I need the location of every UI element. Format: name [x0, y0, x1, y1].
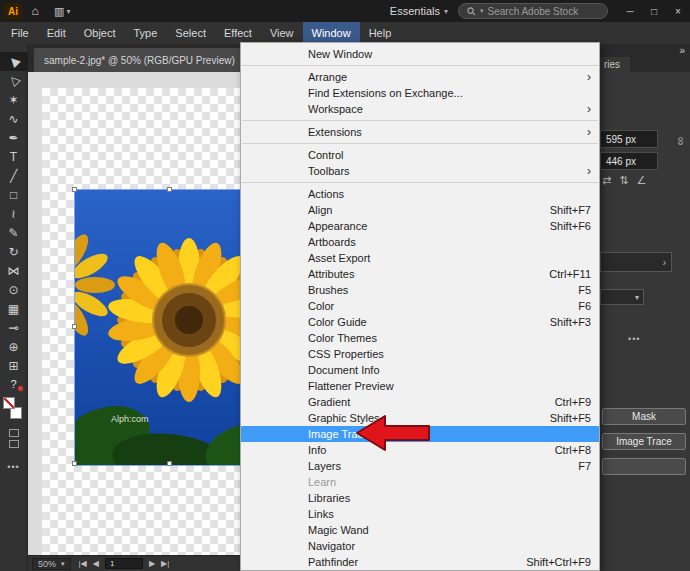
menu-item-extensions[interactable]: Extensions›: [241, 124, 599, 140]
document-tab[interactable]: sample-2.jpg* @ 50% (RGB/GPU Preview) ×: [34, 48, 259, 72]
menu-item-artboards[interactable]: Artboards: [241, 234, 599, 250]
selection-handle[interactable]: [72, 461, 77, 466]
mesh-tool-icon: ▦: [8, 302, 19, 316]
menu-item-pathfinder[interactable]: PathfinderShift+Ctrl+F9: [241, 554, 599, 570]
close-button[interactable]: ×: [666, 0, 690, 22]
menu-item-arrange[interactable]: Arrange›: [241, 69, 599, 85]
menu-item-magic-wand[interactable]: Magic Wand: [241, 522, 599, 538]
paintbrush-tool[interactable]: ≀: [0, 204, 28, 223]
menu-item-attributes[interactable]: AttributesCtrl+F11: [241, 266, 599, 282]
menu-separator: [242, 182, 598, 183]
selection-tool[interactable]: ▶: [0, 52, 28, 71]
menu-item-label: Control: [308, 149, 591, 161]
menu-window[interactable]: Window: [303, 22, 360, 44]
panel-more-button[interactable]: •••: [628, 334, 640, 344]
menu-object[interactable]: Object: [75, 22, 125, 44]
menu-item-find-extensions-on-exchange[interactable]: Find Extensions on Exchange...: [241, 85, 599, 101]
menu-help[interactable]: Help: [360, 22, 401, 44]
menu-item-libraries[interactable]: Libraries: [241, 490, 599, 506]
menu-item-css-properties[interactable]: CSS Properties: [241, 346, 599, 362]
image-trace-button[interactable]: Image Trace: [602, 433, 686, 450]
toolbar-tools: ▶▷✶∿✒T╱□≀✎↻⋈⊙▦⊸⊕⊞: [0, 52, 27, 375]
quick-action-button[interactable]: [602, 458, 686, 475]
selection-handle[interactable]: [167, 187, 172, 192]
sunflower-image[interactable]: Alph:com: [75, 190, 265, 465]
selection-handle[interactable]: [72, 187, 77, 192]
menu-item-workspace[interactable]: Workspace›: [241, 101, 599, 117]
mesh-tool[interactable]: ▦: [0, 299, 28, 318]
direct-selection-tool[interactable]: ▷: [0, 71, 28, 90]
menu-item-layers[interactable]: LayersF7: [241, 458, 599, 474]
shape-builder-tool[interactable]: ⊙: [0, 280, 28, 299]
rectangle-tool[interactable]: □: [0, 185, 28, 204]
fill-swatch[interactable]: [3, 397, 15, 409]
eyedropper-tool[interactable]: ⊸: [0, 318, 28, 337]
menu-item-links[interactable]: Links: [241, 506, 599, 522]
draw-normal-icon[interactable]: [9, 429, 19, 437]
fill-stroke-swatches[interactable]: [3, 397, 25, 423]
zoom-level-dropdown[interactable]: 50% ▾: [32, 558, 71, 570]
draw-mode-buttons[interactable]: [9, 429, 19, 448]
menu-effect[interactable]: Effect: [215, 22, 261, 44]
flip-horizontal-icon[interactable]: ⇄: [602, 174, 611, 187]
menu-edit[interactable]: Edit: [38, 22, 75, 44]
menu-item-color-themes[interactable]: Color Themes: [241, 330, 599, 346]
search-input[interactable]: [488, 6, 599, 17]
menu-type[interactable]: Type: [125, 22, 167, 44]
toolbar-more-button[interactable]: •••: [7, 462, 19, 472]
pencil-tool[interactable]: ✎: [0, 223, 28, 242]
mask-button[interactable]: Mask: [602, 408, 686, 425]
artboard-tool[interactable]: ⊞: [0, 356, 28, 375]
menu-item-gradient[interactable]: GradientCtrl+F9: [241, 394, 599, 410]
draw-behind-icon[interactable]: [9, 440, 19, 448]
last-artboard-icon[interactable]: ▶|: [161, 559, 169, 568]
panel-tab-libraries[interactable]: ries: [600, 57, 630, 72]
line-segment-tool[interactable]: ╱: [0, 166, 28, 185]
height-field[interactable]: 446 px: [600, 152, 658, 170]
menu-item-new-window[interactable]: New Window: [241, 46, 599, 62]
menu-item-align[interactable]: AlignShift+F7: [241, 202, 599, 218]
selection-handle[interactable]: [167, 461, 172, 466]
pen-tool[interactable]: ✒: [0, 128, 28, 147]
menu-select[interactable]: Select: [166, 22, 215, 44]
collapse-panels-icon[interactable]: »: [679, 45, 685, 56]
workspace-switcher[interactable]: Essentials ▾: [390, 5, 448, 17]
menu-item-flattener-preview[interactable]: Flattener Preview: [241, 378, 599, 394]
home-icon[interactable]: ⌂: [22, 4, 48, 18]
flip-vertical-icon[interactable]: ⇅: [619, 174, 628, 187]
artboard-number-field[interactable]: 1: [105, 558, 143, 569]
magic-wand-tool[interactable]: ✶: [0, 90, 28, 109]
previous-artboard-icon[interactable]: ◀: [93, 559, 99, 568]
menu-item-appearance[interactable]: AppearanceShift+F6: [241, 218, 599, 234]
menu-item-toolbars[interactable]: Toolbars›: [241, 163, 599, 179]
type-tool[interactable]: T: [0, 147, 28, 166]
width-field[interactable]: 595 px: [600, 130, 658, 148]
first-artboard-icon[interactable]: |◀: [79, 559, 87, 568]
menu-item-actions[interactable]: Actions: [241, 186, 599, 202]
minimize-button[interactable]: ─: [618, 0, 642, 22]
menu-item-brushes[interactable]: BrushesF5: [241, 282, 599, 298]
lasso-tool[interactable]: ∿: [0, 109, 28, 128]
zoom-tool[interactable]: ⊕: [0, 337, 28, 356]
selection-handle[interactable]: [72, 324, 77, 329]
menu-item-color-guide[interactable]: Color GuideShift+F3: [241, 314, 599, 330]
shear-icon[interactable]: ∠: [636, 174, 646, 187]
menu-file[interactable]: File: [2, 22, 38, 44]
menu-item-control[interactable]: Control: [241, 147, 599, 163]
panel-dropdown-small[interactable]: ▾: [600, 289, 644, 305]
menu-item-navigator[interactable]: Navigator: [241, 538, 599, 554]
maximize-button[interactable]: □: [642, 0, 666, 22]
menu-item-color[interactable]: ColorF6: [241, 298, 599, 314]
menu-item-document-info[interactable]: Document Info: [241, 362, 599, 378]
rotate-tool[interactable]: ↻: [0, 242, 28, 261]
menu-item-label: Workspace: [308, 103, 591, 115]
stock-search[interactable]: ▾: [458, 3, 608, 19]
width-tool[interactable]: ⋈: [0, 261, 28, 280]
panel-dropdown[interactable]: ›: [600, 252, 672, 272]
next-artboard-icon[interactable]: ▶: [149, 559, 155, 568]
link-dimensions-icon[interactable]: ∞: [675, 137, 689, 146]
menu-item-asset-export[interactable]: Asset Export: [241, 250, 599, 266]
menu-view[interactable]: View: [261, 22, 303, 44]
arrange-documents-button[interactable]: ▥ ▾: [48, 5, 76, 18]
help-button[interactable]: ?: [0, 375, 28, 393]
